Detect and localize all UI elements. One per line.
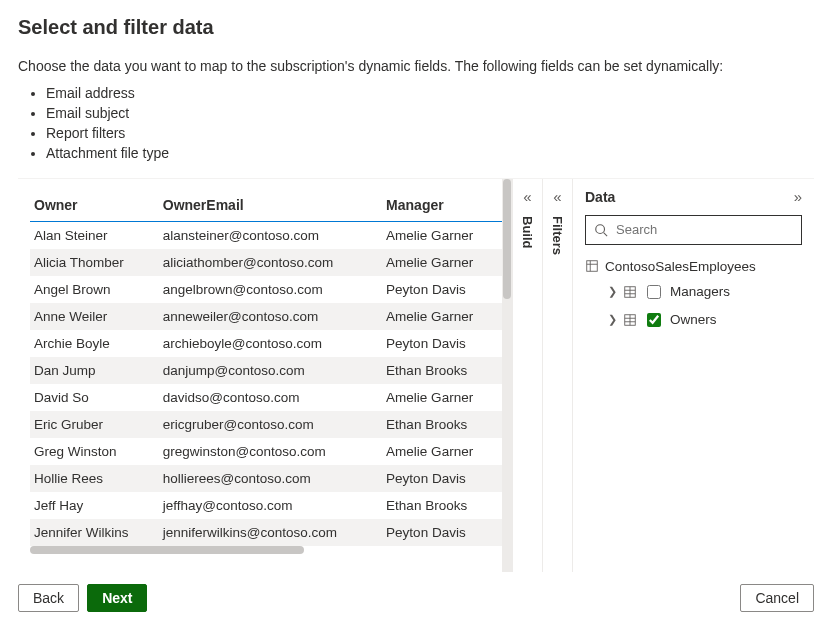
chevron-right-icon: ❯ <box>607 313 617 326</box>
svg-point-0 <box>596 225 605 234</box>
table-cell: Amelie Garner <box>382 221 502 249</box>
data-table: Owner OwnerEmail Manager Alan Steinerala… <box>30 191 502 546</box>
table-name: Owners <box>670 312 717 327</box>
table-row[interactable]: Jeff Hayjeffhay@contoso.comEthan Brooks <box>30 492 502 519</box>
vertical-scrollbar[interactable] <box>502 179 512 572</box>
search-input[interactable] <box>614 221 793 238</box>
build-rail-label: Build <box>520 216 535 249</box>
list-item: Email subject <box>46 103 814 123</box>
table-cell: Archie Boyle <box>30 330 159 357</box>
table-cell: Alicia Thomber <box>30 249 159 276</box>
cancel-button[interactable]: Cancel <box>740 584 814 612</box>
table-cell: Ethan Brooks <box>382 492 502 519</box>
filters-rail-label: Filters <box>550 216 565 255</box>
list-item: Report filters <box>46 123 814 143</box>
table-icon <box>623 285 637 299</box>
page-title: Select and filter data <box>18 16 814 39</box>
next-button[interactable]: Next <box>87 584 147 612</box>
table-icon <box>623 313 637 327</box>
list-item: Email address <box>46 83 814 103</box>
table-cell: Peyton Davis <box>382 519 502 546</box>
table-row[interactable]: Anne Weileranneweiler@contoso.comAmelie … <box>30 303 502 330</box>
chevron-right-icon: ❯ <box>607 285 617 298</box>
table-cell: aliciathomber@contoso.com <box>159 249 382 276</box>
table-cell: jenniferwilkins@contoso.com <box>159 519 382 546</box>
table-cell: hollierees@contoso.com <box>159 465 382 492</box>
workspace: Owner OwnerEmail Manager Alan Steinerala… <box>18 178 814 572</box>
table-cell: Ethan Brooks <box>382 411 502 438</box>
table-cell: gregwinston@contoso.com <box>159 438 382 465</box>
table-cell: Peyton Davis <box>382 330 502 357</box>
table-cell: Hollie Rees <box>30 465 159 492</box>
table-cell: Amelie Garner <box>382 384 502 411</box>
footer: Back Next Cancel <box>18 572 814 612</box>
dataset-name: ContosoSalesEmployees <box>605 259 756 274</box>
table-cell: Peyton Davis <box>382 276 502 303</box>
table-cell: Angel Brown <box>30 276 159 303</box>
table-node[interactable]: ❯Owners <box>585 306 802 334</box>
table-cell: Greg Winston <box>30 438 159 465</box>
chevron-left-double-icon: « <box>523 189 531 204</box>
data-pane: Data » ContosoSalesEmployees ❯Managers❯O… <box>572 179 814 572</box>
table-cell: anneweiler@contoso.com <box>159 303 382 330</box>
table-cell: Amelie Garner <box>382 438 502 465</box>
intro-text: Choose the data you want to map to the s… <box>18 57 814 77</box>
table-cell: Eric Gruber <box>30 411 159 438</box>
table-cell: alansteiner@contoso.com <box>159 221 382 249</box>
back-button[interactable]: Back <box>18 584 79 612</box>
col-owner[interactable]: Owner <box>30 191 159 222</box>
table-cell: Anne Weiler <box>30 303 159 330</box>
table-cell: danjump@contoso.com <box>159 357 382 384</box>
table-name: Managers <box>670 284 730 299</box>
table-checkbox[interactable] <box>647 285 661 299</box>
horizontal-scrollbar[interactable] <box>30 546 502 558</box>
svg-rect-2 <box>587 261 598 272</box>
table-cell: Alan Steiner <box>30 221 159 249</box>
col-manager[interactable]: Manager <box>382 191 502 222</box>
list-item: Attachment file type <box>46 143 814 163</box>
table-node[interactable]: ❯Managers <box>585 278 802 306</box>
svg-line-1 <box>604 232 608 236</box>
table-cell: Jeff Hay <box>30 492 159 519</box>
table-cell: Jennifer Wilkins <box>30 519 159 546</box>
table-cell: Amelie Garner <box>382 249 502 276</box>
table-row[interactable]: David Sodavidso@contoso.comAmelie Garner <box>30 384 502 411</box>
table-cell: jeffhay@contoso.com <box>159 492 382 519</box>
table-row[interactable]: Greg Winstongregwinston@contoso.comAmeli… <box>30 438 502 465</box>
col-owneremail[interactable]: OwnerEmail <box>159 191 382 222</box>
table-row[interactable]: Jennifer Wilkinsjenniferwilkins@contoso.… <box>30 519 502 546</box>
database-icon <box>585 259 599 273</box>
table-row[interactable]: Hollie Reeshollierees@contoso.comPeyton … <box>30 465 502 492</box>
table-cell: Amelie Garner <box>382 303 502 330</box>
table-cell: ericgruber@contoso.com <box>159 411 382 438</box>
search-box[interactable] <box>585 215 802 245</box>
data-tree: ContosoSalesEmployees ❯Managers❯Owners <box>585 255 802 334</box>
table-row[interactable]: Alicia Thomberaliciathomber@contoso.comA… <box>30 249 502 276</box>
table-cell: Ethan Brooks <box>382 357 502 384</box>
dataset-node[interactable]: ContosoSalesEmployees <box>585 255 802 278</box>
table-row[interactable]: Alan Steineralansteiner@contoso.comAmeli… <box>30 221 502 249</box>
table-cell: David So <box>30 384 159 411</box>
build-rail[interactable]: « Build <box>512 179 542 572</box>
chevron-right-double-icon[interactable]: » <box>794 189 802 204</box>
filters-rail[interactable]: « Filters <box>542 179 572 572</box>
table-checkbox[interactable] <box>647 313 661 327</box>
table-row[interactable]: Dan Jumpdanjump@contoso.comEthan Brooks <box>30 357 502 384</box>
dynamic-fields-list: Email address Email subject Report filte… <box>46 83 814 164</box>
table-cell: Dan Jump <box>30 357 159 384</box>
table-row[interactable]: Eric Gruberericgruber@contoso.comEthan B… <box>30 411 502 438</box>
table-cell: Peyton Davis <box>382 465 502 492</box>
table-cell: angelbrown@contoso.com <box>159 276 382 303</box>
table-cell: archieboyle@contoso.com <box>159 330 382 357</box>
chevron-left-double-icon: « <box>553 189 561 204</box>
table-row[interactable]: Angel Brownangelbrown@contoso.comPeyton … <box>30 276 502 303</box>
search-icon <box>594 223 608 237</box>
table-row[interactable]: Archie Boylearchieboyle@contoso.comPeyto… <box>30 330 502 357</box>
table-cell: davidso@contoso.com <box>159 384 382 411</box>
data-table-scroll[interactable]: Owner OwnerEmail Manager Alan Steinerala… <box>18 179 502 572</box>
data-pane-title: Data <box>585 189 615 205</box>
